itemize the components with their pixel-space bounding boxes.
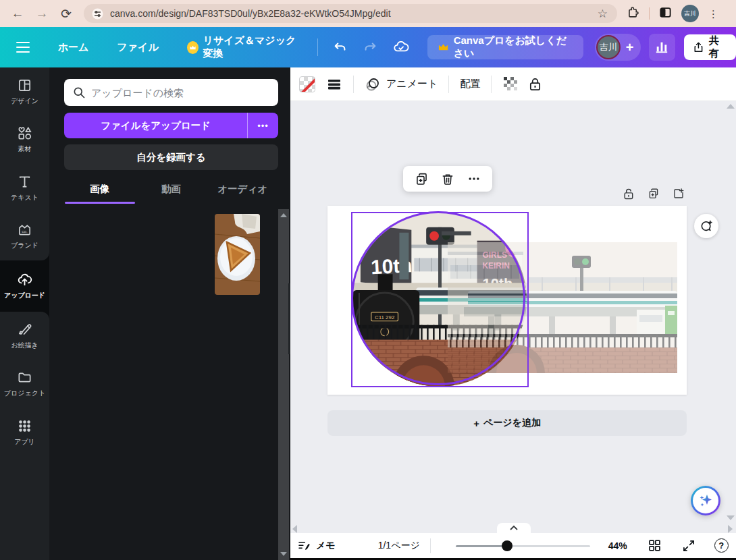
canvas-workspace[interactable]: 10th GIRLS KEIRIN 10th xyxy=(290,101,736,533)
menu-home[interactable]: ホーム xyxy=(58,41,89,54)
canvas-scroll-right-icon[interactable] xyxy=(728,525,733,533)
page-controls xyxy=(623,188,685,200)
uploaded-image-thumbnail[interactable] xyxy=(215,214,260,295)
brand-icon: co. xyxy=(17,222,32,237)
browser-menu-icon[interactable]: ⋮ xyxy=(708,12,718,16)
upload-icon xyxy=(17,272,32,287)
sidebar-item-design[interactable]: デザイン xyxy=(0,67,49,116)
duplicate-icon[interactable] xyxy=(415,172,429,186)
tab-images[interactable]: 画像 xyxy=(64,177,136,202)
record-yourself-button[interactable]: 自分を録画する xyxy=(64,144,278,170)
toolbar-separator xyxy=(353,76,354,93)
design-icon xyxy=(17,78,32,93)
comment-plus-icon xyxy=(700,219,713,233)
apps-grid-icon xyxy=(17,418,32,434)
scroll-up-icon[interactable] xyxy=(280,213,287,217)
share-button[interactable]: 共有 xyxy=(684,34,736,60)
hamburger-menu-icon[interactable] xyxy=(16,38,30,56)
grid-view-icon[interactable] xyxy=(648,538,662,553)
menu-resize-magic[interactable]: リサイズ＆マジック変換 xyxy=(187,34,304,60)
address-bar[interactable]: canva.com/design/DAF83TSD0ul/yBx2E8a32-e… xyxy=(84,4,617,23)
status-bar: メモ 1/1ページ 44% ? xyxy=(290,533,736,558)
sidebar-item-draw[interactable]: お絵描き xyxy=(0,312,49,360)
lock-icon[interactable] xyxy=(528,77,542,92)
url-text[interactable]: canva.com/design/DAF83TSD0ul/yBx2E8a32-e… xyxy=(110,8,596,19)
add-page-icon[interactable] xyxy=(673,188,685,200)
nav-group-bottom: お絵描き プロジェクト アプリ xyxy=(0,312,49,560)
extensions-icon[interactable] xyxy=(627,6,639,22)
add-page-button[interactable]: + ページを追加 xyxy=(327,410,687,436)
toast-photo xyxy=(215,214,260,295)
upload-file-button[interactable]: ファイルをアップロード ••• xyxy=(64,113,278,138)
page-indicator[interactable]: 1/1ページ xyxy=(378,540,420,552)
upload-more-button[interactable]: ••• xyxy=(247,113,278,138)
browser-reload-icon[interactable]: ⟳ xyxy=(54,6,78,22)
draw-icon xyxy=(17,322,32,337)
canvas-scroll-left-icon[interactable] xyxy=(292,525,297,533)
sidebar-item-elements[interactable]: 素材 xyxy=(0,116,49,165)
account-group[interactable]: 吉川 + xyxy=(595,34,641,61)
delete-icon[interactable] xyxy=(441,172,454,186)
share-icon xyxy=(693,41,704,53)
user-avatar[interactable]: 吉川 xyxy=(596,35,621,59)
insights-button[interactable] xyxy=(649,34,675,61)
element-floating-toolbar xyxy=(403,166,492,192)
more-options-icon[interactable] xyxy=(467,172,481,186)
position-button[interactable]: 配置 xyxy=(460,78,480,90)
zoom-slider-track-filled xyxy=(456,545,507,547)
help-button[interactable]: ? xyxy=(714,538,729,553)
site-info-icon[interactable] xyxy=(92,8,103,20)
canvas-scroll-up-icon[interactable] xyxy=(727,104,735,109)
sidebar-item-apps[interactable]: アプリ xyxy=(0,408,49,457)
header-separator xyxy=(317,38,318,56)
try-pro-button[interactable]: Canvaプロをお試しください xyxy=(427,35,583,59)
toolbar-separator xyxy=(448,76,449,93)
add-member-button[interactable]: + xyxy=(621,40,639,55)
browser-back-icon[interactable]: ← xyxy=(5,6,30,21)
tab-videos[interactable]: 動画 xyxy=(136,177,207,202)
svg-text:C11 292: C11 292 xyxy=(375,314,394,320)
lock-page-icon[interactable] xyxy=(623,188,635,200)
sidebar-item-brand[interactable]: co. ブランド xyxy=(0,213,49,261)
sidebar-item-uploads[interactable]: アップロード xyxy=(0,260,49,312)
transparency-icon[interactable] xyxy=(502,76,519,92)
browser-profile-avatar[interactable]: 吉川 xyxy=(681,5,699,22)
search-input[interactable] xyxy=(91,79,273,106)
menu-file[interactable]: ファイル xyxy=(117,41,158,54)
zoom-slider-thumb[interactable] xyxy=(502,540,512,551)
crown-icon xyxy=(438,43,448,52)
animate-button[interactable]: アニメート xyxy=(386,78,438,90)
bookmark-star-icon[interactable]: ☆ xyxy=(596,7,609,21)
no-fill-color-swatch[interactable] xyxy=(299,76,315,92)
context-toolbar: アニメート 配置 xyxy=(290,67,736,101)
ai-assistant-button[interactable] xyxy=(691,486,720,515)
sidebar-item-text[interactable]: テキスト xyxy=(0,164,49,213)
canvas-scroll-down-icon[interactable] xyxy=(727,515,735,520)
editor-header: ホーム ファイル リサイズ＆マジック変換 Canvaプロをお試しください 吉川 … xyxy=(0,27,736,67)
sidebar-item-projects[interactable]: プロジェクト xyxy=(0,360,49,409)
upload-search[interactable] xyxy=(64,79,278,106)
redo-icon[interactable] xyxy=(363,40,377,55)
svg-text:co.: co. xyxy=(22,229,28,233)
add-comment-button[interactable] xyxy=(694,214,718,238)
border-style-icon[interactable] xyxy=(326,76,342,92)
chevron-up-icon xyxy=(510,526,518,530)
scroll-down-icon[interactable] xyxy=(280,552,287,556)
left-nav-rail: デザイン 素材 テキスト co. ブランド アップロード お絵描き xyxy=(0,67,49,560)
browser-chrome: ← → ⟳ canva.com/design/DAF83TSD0ul/yBx2E… xyxy=(0,0,736,27)
browser-forward-icon[interactable]: → xyxy=(30,6,54,21)
zoom-slider[interactable] xyxy=(456,540,590,551)
elements-icon xyxy=(17,125,32,141)
notes-button[interactable]: メモ xyxy=(297,539,336,553)
panel-scrollbar[interactable] xyxy=(278,209,289,560)
animate-icon[interactable] xyxy=(365,76,381,92)
toolbar-separator xyxy=(491,76,492,93)
side-panel-icon[interactable] xyxy=(659,6,672,22)
fullscreen-icon[interactable] xyxy=(682,539,695,553)
undo-icon[interactable] xyxy=(333,40,348,55)
statusbar-separator xyxy=(430,538,431,553)
statusbar-collapse-tab[interactable] xyxy=(497,523,531,533)
tab-audio[interactable]: オーディオ xyxy=(207,177,278,202)
faded-photo[interactable] xyxy=(448,242,677,373)
duplicate-page-icon[interactable] xyxy=(648,188,660,200)
